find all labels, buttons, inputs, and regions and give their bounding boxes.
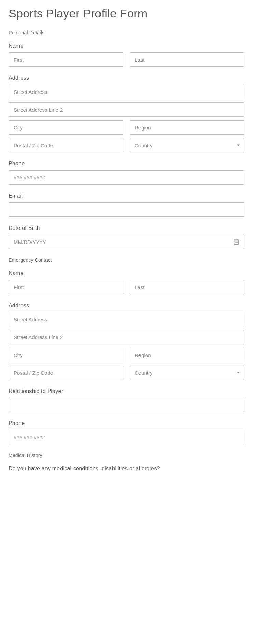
section-emergency-contact: Emergency Contact: [9, 257, 244, 263]
personal-street2-input[interactable]: [9, 102, 244, 117]
emergency-postal-input[interactable]: [9, 366, 123, 380]
personal-last-name-input[interactable]: [130, 52, 244, 67]
emergency-country-select[interactable]: Country: [130, 366, 244, 380]
emergency-region-input[interactable]: [130, 348, 244, 362]
emergency-street1-input[interactable]: [9, 312, 244, 326]
emergency-relationship-input[interactable]: [9, 398, 244, 412]
personal-dob-input[interactable]: [9, 235, 244, 249]
personal-city-input[interactable]: [9, 120, 123, 135]
emergency-city-input[interactable]: [9, 348, 123, 362]
country-select-value: Country: [135, 370, 153, 376]
personal-email-input[interactable]: [9, 202, 244, 217]
emergency-last-name-input[interactable]: [130, 280, 244, 294]
page-title: Sports Player Profile Form: [9, 7, 244, 20]
label-dob: Date of Birth: [9, 225, 244, 231]
label-relationship: Relationship to Player: [9, 388, 244, 394]
country-select-value: Country: [135, 143, 153, 148]
label-address: Address: [9, 75, 244, 81]
personal-phone-input[interactable]: [9, 170, 244, 185]
section-personal-details: Personal Details: [9, 30, 244, 35]
chevron-down-icon: [237, 372, 240, 374]
label-address-emergency: Address: [9, 302, 244, 309]
chevron-down-icon: [237, 145, 240, 146]
personal-region-input[interactable]: [130, 120, 244, 135]
label-phone: Phone: [9, 161, 244, 167]
label-phone-emergency: Phone: [9, 420, 244, 426]
personal-country-select[interactable]: Country: [130, 138, 244, 152]
section-medical-history: Medical History: [9, 453, 244, 458]
emergency-first-name-input[interactable]: [9, 280, 123, 294]
label-email: Email: [9, 193, 244, 199]
personal-first-name-input[interactable]: [9, 52, 123, 67]
personal-street1-input[interactable]: [9, 85, 244, 99]
emergency-phone-input[interactable]: [9, 430, 244, 444]
label-name-emergency: Name: [9, 270, 244, 276]
label-name: Name: [9, 43, 244, 49]
emergency-street2-input[interactable]: [9, 330, 244, 344]
label-medical-question: Do you have any medical conditions, disa…: [9, 466, 244, 472]
personal-postal-input[interactable]: [9, 138, 123, 152]
